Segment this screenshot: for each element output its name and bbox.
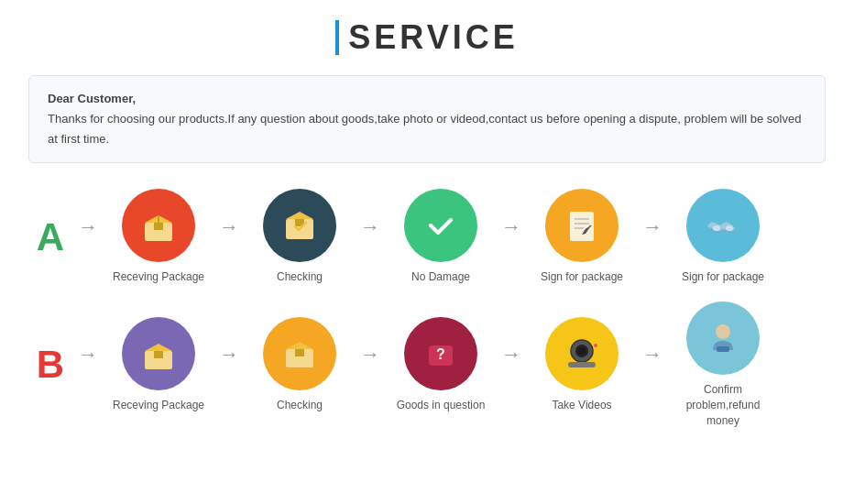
arrow-a-4: → [642,215,662,259]
svg-point-25 [578,347,586,355]
checking-icon [263,189,336,262]
svg-text:?: ? [436,346,445,362]
arrow-b-1: → [219,343,239,387]
flow-section: A→ Receving Package→ Checking→ No Damage… [28,189,826,428]
arrow-a-2: → [360,215,380,259]
svg-marker-5 [286,212,313,219]
svg-point-7 [422,207,459,244]
step-b-3: Take Videos [527,317,637,413]
flow-row-a: A→ Receving Package→ Checking→ No Damage… [28,189,826,285]
step-a-3: Sign for package [527,189,637,285]
step-label-a-4: Sign for package [682,269,764,285]
no-damage-icon [404,189,477,262]
step-label-b-1: Checking [277,398,323,413]
arrow-b-3: → [501,343,521,387]
svg-point-13 [713,225,720,231]
step-a-4: Sign for package [668,189,778,285]
svg-point-27 [594,344,597,347]
svg-marker-16 [145,344,172,351]
svg-rect-17 [154,351,163,358]
arrow-b-4: → [642,343,662,387]
step-b-4: Confirm problem,refund money [668,301,778,428]
svg-point-14 [726,225,733,231]
step-label-a-3: Sign for package [541,269,623,285]
handshake-icon [686,189,760,262]
step-b-1: Checking [245,317,355,413]
step-label-a-0: Receving Package [113,269,204,285]
notice-box: Dear Customer, Thanks for choosing our p… [28,75,826,163]
step-label-b-0: Receving Package [113,398,204,413]
step-b-0: Receving Package [104,317,214,413]
svg-point-28 [716,324,730,339]
title-text: SERVICE [348,18,518,57]
checking-b-icon [263,317,336,390]
take-videos-icon [545,317,619,390]
step-label-b-2: Goods in question [397,398,486,413]
step-b-2: ? Goods in question [386,317,496,413]
step-label-a-2: No Damage [411,269,470,285]
receiving-package-b-icon [122,317,195,390]
step-label-a-1: Checking [277,269,323,285]
arrow-b-2: → [360,343,380,387]
svg-rect-29 [717,346,729,352]
svg-rect-2 [154,223,163,230]
sign-for-package-icon [545,189,619,262]
step-a-2: No Damage [386,189,496,285]
step-a-1: Checking [245,189,355,285]
notice-greeting: Dear Customer, [48,89,806,109]
flow-row-b: B→ Receving Package→ Checking→ ? Goods i… [28,301,826,428]
goods-question-icon: ? [404,317,477,390]
svg-rect-20 [295,349,304,356]
step-label-b-4: Confirm problem,refund money [668,382,778,428]
arrow-a-3: → [501,215,521,259]
arrow-a-0: → [78,215,98,259]
step-label-b-3: Take Videos [552,398,611,413]
svg-rect-26 [568,362,596,367]
receiving-package-icon [122,189,195,262]
arrow-b-0: → [78,343,98,387]
notice-body: Thanks for choosing our products.If any … [48,109,806,149]
page-title: SERVICE [335,18,518,57]
arrow-a-1: → [219,215,239,259]
row-label-a: A [28,215,72,259]
svg-marker-19 [286,342,313,349]
confirm-problem-icon [686,301,760,375]
title-accent-bar [335,20,339,55]
step-a-0: Receving Package [104,189,214,285]
row-label-b: B [28,343,72,387]
